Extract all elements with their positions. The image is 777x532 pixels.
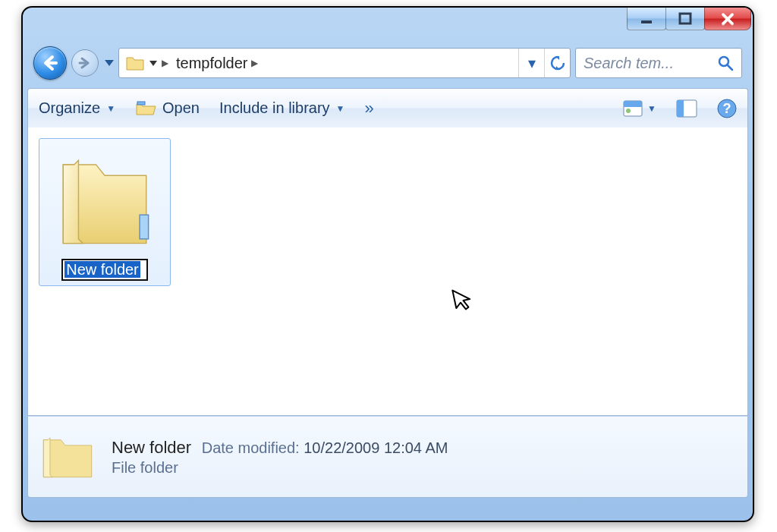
view-options-button[interactable]: ▼ <box>623 100 656 117</box>
back-button[interactable] <box>33 46 67 80</box>
svg-rect-8 <box>624 101 642 107</box>
help-button[interactable]: ? <box>717 99 737 118</box>
include-library-menu[interactable]: Include in library ▼ <box>219 99 345 117</box>
svg-rect-14 <box>140 215 149 239</box>
svg-point-9 <box>626 109 631 113</box>
minimize-icon <box>640 12 653 26</box>
maximize-icon <box>678 12 692 26</box>
folder-icon <box>40 432 95 482</box>
details-name: New folder <box>112 438 191 457</box>
breadcrumb-segment[interactable]: tempfolder ▶ <box>173 49 261 77</box>
overflow-button[interactable]: » <box>365 99 370 118</box>
back-arrow-icon <box>41 54 59 72</box>
rename-selection: New folder <box>64 261 140 278</box>
preview-pane-icon <box>676 99 697 118</box>
organize-label: Organize <box>39 99 100 117</box>
search-placeholder: Search tem... <box>584 55 674 72</box>
file-item-selected[interactable]: New folder <box>39 138 171 286</box>
address-bar[interactable]: ▶ tempfolder ▶ ▾ <box>118 48 571 78</box>
toolbar: Organize ▼ Open Include in library ▼ » ▼ <box>27 88 748 127</box>
nav-history-dropdown[interactable] <box>105 60 114 66</box>
minimize-button[interactable] <box>627 8 666 30</box>
refresh-icon <box>549 55 566 71</box>
refresh-button[interactable] <box>544 49 570 77</box>
include-label: Include in library <box>219 99 330 117</box>
titlebar <box>23 8 753 41</box>
open-button[interactable]: Open <box>135 99 200 118</box>
breadcrumb-chevron-icon: ▶ <box>251 58 258 68</box>
forward-button[interactable] <box>71 49 99 77</box>
close-button[interactable] <box>704 8 751 30</box>
help-icon: ? <box>717 99 737 118</box>
svg-rect-11 <box>677 100 684 117</box>
folder-open-icon <box>48 145 162 254</box>
details-date-label: Date modified: <box>202 439 300 456</box>
chevron-down-icon: ▼ <box>106 103 115 114</box>
preview-pane-button[interactable] <box>676 99 697 118</box>
thumbnail-view-icon <box>623 100 643 117</box>
details-text: New folder Date modified: 10/22/2009 12:… <box>112 438 448 477</box>
svg-rect-1 <box>680 14 690 24</box>
content-area[interactable]: New folder <box>27 127 748 416</box>
rename-input[interactable]: New folder <box>61 259 148 281</box>
close-icon <box>720 11 735 27</box>
open-label: Open <box>162 99 200 117</box>
folder-icon <box>125 53 145 73</box>
svg-line-5 <box>728 65 732 70</box>
organize-menu[interactable]: Organize ▼ <box>39 99 115 117</box>
root-dropdown-icon[interactable] <box>149 61 157 66</box>
open-folder-icon <box>135 99 156 118</box>
explorer-window: ▶ tempfolder ▶ ▾ Search tem... <box>21 6 754 522</box>
chevron-down-icon: ▾ <box>528 54 536 72</box>
svg-rect-6 <box>137 102 145 105</box>
svg-rect-0 <box>641 20 652 24</box>
details-date-value: 10/22/2009 12:04 AM <box>304 439 448 456</box>
search-icon <box>717 55 734 71</box>
details-pane: New folder Date modified: 10/22/2009 12:… <box>27 416 748 498</box>
chevron-down-icon: ▼ <box>647 103 656 114</box>
chevron-down-icon: ▼ <box>336 103 345 114</box>
forward-arrow-icon <box>78 56 92 70</box>
search-box[interactable]: Search tem... <box>575 48 742 78</box>
details-type: File folder <box>112 459 448 477</box>
overflow-icon: » <box>365 99 370 118</box>
mouse-cursor-icon <box>451 285 475 313</box>
breadcrumb-sep-icon: ▶ <box>162 58 168 68</box>
address-end: ▾ <box>518 49 570 77</box>
maximize-button[interactable] <box>665 8 705 30</box>
breadcrumb-label: tempfolder <box>176 55 248 72</box>
nav-row: ▶ tempfolder ▶ ▾ Search tem... <box>23 41 753 85</box>
svg-text:?: ? <box>723 101 731 116</box>
address-dropdown-button[interactable]: ▾ <box>518 49 544 77</box>
